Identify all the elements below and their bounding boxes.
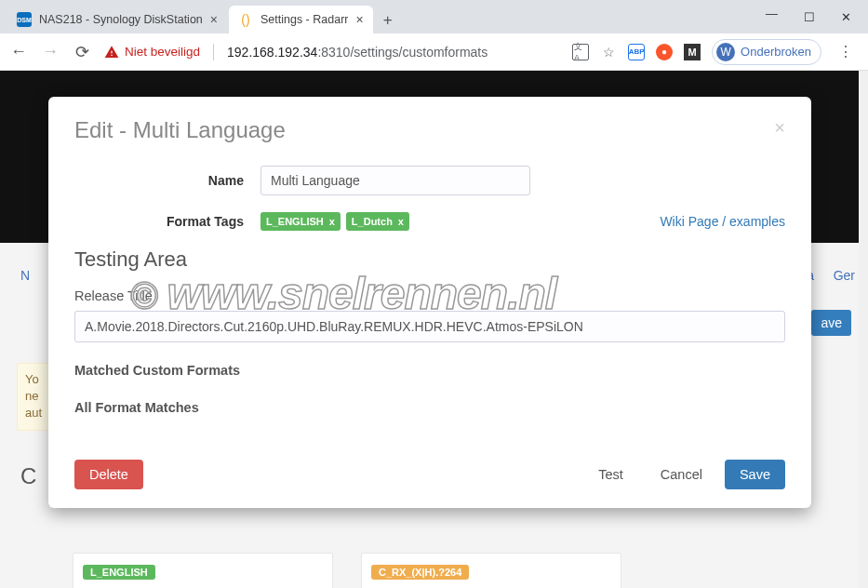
modal-title: Edit - Multi Language [74, 117, 286, 143]
profile-chip[interactable]: W Onderbroken [712, 39, 821, 65]
reload-button[interactable]: ⟳ [73, 42, 91, 62]
format-tag: L_ENGLISH [83, 565, 155, 580]
nav-fragment: N [20, 268, 30, 283]
format-card-fragment[interactable]: L_ENGLISH [73, 553, 333, 588]
all-matches-heading: All Format Matches [74, 400, 785, 415]
release-title-label: Release Title [74, 288, 785, 303]
modal-close-icon[interactable]: × [774, 117, 785, 139]
avatar: W [716, 43, 735, 61]
format-tags-input[interactable]: L_ENGLISHx L_Dutchx [260, 212, 409, 231]
remove-tag-icon[interactable]: x [329, 216, 335, 227]
browser-tab-active[interactable]: () Settings - Radarr × [229, 6, 373, 33]
address-bar: ← → ⟳ Niet beveiligd 192.168.192.34:8310… [0, 33, 868, 71]
browser-menu-icon[interactable]: ⋮ [833, 43, 859, 60]
tag-chip[interactable]: L_ENGLISHx [260, 212, 341, 231]
format-tags-label: Format Tags [74, 214, 260, 229]
url-display[interactable]: 192.168.192.34:8310/settings/customforma… [227, 45, 559, 60]
wiki-help-link[interactable]: Wiki Page / examples [660, 214, 785, 229]
save-button-fragment[interactable]: ave [811, 310, 851, 336]
extension-icon[interactable]: ABP [628, 44, 645, 60]
extension-icons: 文A ☆ ABP ● M W Onderbroken ⋮ [572, 39, 859, 65]
browser-tab[interactable]: DSM NAS218 - Synology DiskStation × [7, 6, 227, 33]
tab-title: NAS218 - Synology DiskStation [39, 13, 203, 26]
favicon-dsm: DSM [17, 12, 32, 27]
tab-title: Settings - Radarr [260, 13, 348, 26]
minimize-icon[interactable]: — [766, 7, 778, 20]
favicon-radarr: () [238, 12, 253, 27]
warning-icon [104, 45, 119, 60]
translate-icon[interactable]: 文A [572, 44, 589, 60]
tag-chip[interactable]: L_Dutchx [346, 212, 409, 231]
browser-tab-strip: DSM NAS218 - Synology DiskStation × () S… [0, 0, 868, 33]
bookmark-star-icon[interactable]: ☆ [600, 44, 617, 60]
name-label: Name [74, 173, 260, 188]
name-input[interactable] [260, 166, 530, 195]
back-button[interactable]: ← [9, 42, 28, 61]
release-title-input[interactable] [74, 311, 785, 342]
close-icon[interactable]: × [210, 12, 218, 27]
extension-icon[interactable]: ● [656, 44, 673, 60]
delete-button[interactable]: Delete [74, 460, 143, 489]
extension-icon[interactable]: M [684, 44, 701, 60]
format-card-fragment[interactable]: C_RX_(X|H).?264 [361, 553, 621, 588]
testing-area-heading: Testing Area [74, 247, 785, 272]
security-indicator[interactable]: Niet beveiligd [104, 45, 200, 60]
new-tab-button[interactable]: + [375, 7, 401, 33]
save-button[interactable]: Save [725, 460, 785, 489]
matched-formats-heading: Matched Custom Formats [74, 363, 785, 378]
edit-modal: Edit - Multi Language × Name Format Tags… [48, 97, 811, 508]
forward-button[interactable]: → [41, 42, 60, 61]
close-icon[interactable]: × [355, 12, 363, 27]
cancel-button[interactable]: Cancel [646, 460, 717, 489]
nav-fragment: Ger [834, 268, 855, 283]
heading-fragment: C [20, 463, 36, 489]
remove-tag-icon[interactable]: x [398, 216, 404, 227]
window-controls: — ☐ ✕ [749, 0, 868, 33]
test-button[interactable]: Test [583, 460, 638, 489]
close-window-icon[interactable]: ✕ [841, 10, 851, 24]
format-tag: C_RX_(X|H).?264 [371, 565, 469, 580]
profile-name: Onderbroken [741, 45, 811, 59]
maximize-icon[interactable]: ☐ [804, 10, 815, 24]
scrollbar-vertical[interactable] [859, 71, 868, 588]
security-label: Niet beveiligd [125, 45, 200, 59]
